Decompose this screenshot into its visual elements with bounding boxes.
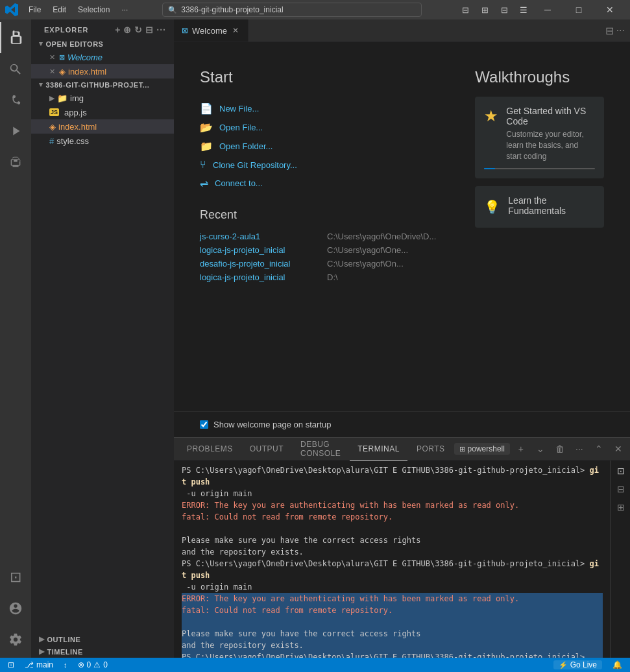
stylecss-label: style.css [56,136,89,146]
terminal-content[interactable]: PS C:\Users\yagof\OneDrive\Desktop\alura… [174,461,611,658]
more-icon[interactable]: ··· [156,25,166,35]
clone-git-item[interactable]: ⑂ Clone Git Repository... [200,156,436,174]
folder-img[interactable]: ▶ 📁 img [31,91,174,105]
tab-welcome-close[interactable]: ✕ [231,26,240,35]
activity-run-debug[interactable] [0,115,31,147]
terminal-line-14: PS C:\Users\yagof\OneDrive\Desktop\alura… [182,651,603,658]
timeline-label[interactable]: ▶ TIMELINE [31,645,174,658]
error-icon: ⊗ [78,660,84,669]
recent-item-0[interactable]: js-curso-2-aula1 C:\Users\yagof\OneDrive… [200,230,436,243]
welcome-page: Start 📄 New File... 📂 Open File... 📁 Ope… [174,42,630,411]
new-file-icon[interactable]: + [115,25,121,35]
menu-selection[interactable]: Selection [73,4,115,16]
open-file-item[interactable]: 📂 Open File... [200,118,436,137]
walkthrough-progress-bar-0 [484,168,495,169]
title-center: 🔍 3386-git-github-projeto_inicial [133,3,451,17]
welcome-left: Start 📄 New File... 📂 Open File... 📁 Ope… [200,68,436,398]
warning-icon: ⚠ [93,660,101,669]
activity-explorer[interactable] [0,22,31,53]
maximize-button[interactable]: □ [564,0,594,19]
terminal-more-btn[interactable]: ⌄ [532,440,549,457]
tab-more-icon[interactable]: ··· [616,25,625,37]
status-branch[interactable]: ⎇ main [22,660,56,669]
activity-remote[interactable]: ⊡ [0,562,31,593]
tab-split-icon[interactable]: ⊟ [605,25,614,37]
new-file-item[interactable]: 📄 New File... [200,99,436,118]
status-sync[interactable]: ↕ [61,661,70,669]
recent-item-3[interactable]: logica-js-projeto_inicial D:\ [200,270,436,284]
clone-git-link[interactable]: Clone Git Repository... [213,160,297,170]
activity-settings[interactable] [0,624,31,655]
panel-icon[interactable]: ⊟ [495,1,513,19]
terminal-side-icon-3[interactable]: ⊞ [613,499,629,515]
close-panel-btn[interactable]: ✕ [610,440,627,457]
activity-search[interactable] [0,53,31,84]
close-editor-index[interactable]: ✕ [49,67,55,76]
connect-to-link[interactable]: Connect to... [215,178,263,188]
close-editor-welcome[interactable]: ✕ [49,53,55,62]
menu-more[interactable]: ··· [116,4,133,16]
split-icon[interactable]: ⊞ [476,1,494,19]
activity-account[interactable] [0,593,31,624]
panel-tab-terminal[interactable]: TERMINAL [350,438,407,461]
activity-source-control[interactable] [0,84,31,115]
terminal-line-1: -u origin main [182,488,603,499]
maximize-panel-btn[interactable]: ⌃ [590,440,607,457]
indexhtml-label: index.html [58,122,97,132]
tab-welcome[interactable]: ⊠ Welcome ✕ [174,19,248,42]
outline-label[interactable]: ▶ OUTLINE [31,633,174,645]
window-controls: ─ □ ✕ [533,0,625,19]
panel-tab-problems[interactable]: PROBLEMS [179,438,241,461]
show-welcome-label[interactable]: Show welcome page on startup [213,420,331,429]
walkthrough-card-0[interactable]: ★ Get Started with VS Code Customize you… [475,97,604,178]
connect-to-item[interactable]: ⇌ Connect to... [200,174,436,193]
open-folder-link[interactable]: Open Folder... [219,141,273,151]
panel-tab-ports[interactable]: PORTS [409,438,453,461]
collapse-icon[interactable]: ⊟ [145,25,154,35]
menu-file[interactable]: File [23,4,46,16]
activity-extensions[interactable] [0,147,31,178]
search-text: 3386-git-github-projeto_inicial [181,5,283,14]
file-indexhtml[interactable]: ◈ index.html [31,119,174,134]
open-file-link[interactable]: Open File... [219,123,263,132]
status-errors[interactable]: ⊗ 0 ⚠ 0 [75,660,110,669]
index-file-icon-editor: ◈ [59,67,66,77]
layout-icon[interactable]: ⊟ [456,1,474,19]
status-remote[interactable]: ⊡ [5,660,17,669]
refresh-icon[interactable]: ↻ [134,25,143,35]
sidebar-icon[interactable]: ☰ [515,1,533,19]
status-left: ⊡ ⎇ main ↕ ⊗ 0 ⚠ 0 [5,660,110,669]
file-appjs[interactable]: JS app.js [31,105,174,119]
menu-edit[interactable]: Edit [47,4,71,16]
show-welcome-checkbox[interactable] [200,420,208,429]
sidebar-header: Explorer + ⊕ ↻ ⊟ ··· [31,19,174,38]
terminal-side-icon-1[interactable]: ⊡ [613,463,629,479]
command-palette[interactable]: 🔍 3386-git-github-projeto_inicial [162,3,422,17]
file-stylecss[interactable]: # style.css [31,134,174,148]
open-editor-welcome[interactable]: ✕ ⊠ Welcome [31,50,174,64]
panel-tab-debug-console[interactable]: DEBUG CONSOLE [293,438,348,461]
kill-terminal-btn[interactable]: 🗑 [551,440,568,457]
panel-actions: ⊞ powershell + ⌄ 🗑 ··· ⌃ ✕ [454,440,627,457]
minimize-button[interactable]: ─ [533,0,563,19]
terminal-menu-btn[interactable]: ··· [571,440,588,457]
recent-item-1[interactable]: logica-js-projeto_inicial C:\Users\yagof… [200,243,436,257]
new-file-link[interactable]: New File... [219,104,259,114]
walkthrough-card-1[interactable]: 💡 Learn the Fundamentals [475,186,604,228]
open-file-icon-welcome: 📂 [200,121,213,134]
status-go-live[interactable]: ⚡ Go Live [553,660,602,669]
project-section[interactable]: ▾ 3386-GIT-GITHUB-PROJET... [31,78,174,91]
open-folder-item[interactable]: 📁 Open Folder... [200,137,436,156]
vscode-logo [5,3,18,16]
add-terminal-btn[interactable]: + [513,440,529,457]
open-editors-section[interactable]: ▾ Open Editors [31,38,174,50]
new-folder-icon[interactable]: ⊕ [123,25,132,35]
recent-name-3: logica-js-projeto_inicial [200,272,317,282]
status-bell[interactable]: 🔔 [610,660,625,669]
open-editor-index[interactable]: ✕ ◈ index.html [31,64,174,78]
panel-tab-output[interactable]: OUTPUT [242,438,291,461]
terminal-side-icon-2[interactable]: ⊟ [613,481,629,497]
chevron-outline: ▶ [39,635,45,643]
close-button[interactable]: ✕ [595,0,625,19]
recent-item-2[interactable]: desafio-js-projeto_inicial C:\Users\yago… [200,257,436,270]
